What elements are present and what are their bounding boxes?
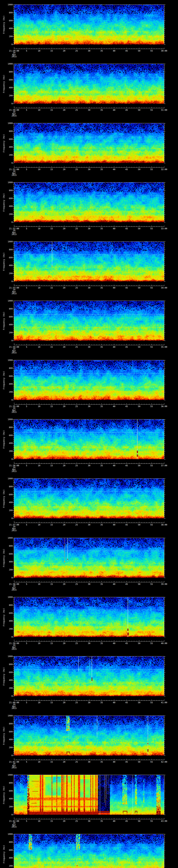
x-axis-date-line: 2015 [12, 470, 17, 472]
x-major-tick [77, 48, 77, 49]
x-minor-tick [66, 167, 67, 167]
x-minor-tick [49, 818, 49, 819]
x-minor-tick [131, 582, 132, 582]
y-tick-label: 200 [5, 154, 13, 156]
spectrogram-panel: 0200400600800100021:32:00510152025303540… [0, 178, 178, 237]
y-tick-label: 800 [5, 367, 13, 369]
y-minor-tick [13, 445, 14, 445]
x-minor-tick [119, 344, 119, 345]
x-minor-tick [49, 582, 49, 582]
y-tick-label: 0 [5, 103, 13, 105]
x-end-time-label: 33:00 [161, 228, 167, 230]
x-tick-label: 50 [138, 820, 140, 822]
x-major-tick [64, 48, 64, 49]
x-minor-tick [36, 285, 37, 286]
y-minor-tick-right [164, 566, 165, 566]
x-tick-label: 40 [113, 406, 115, 407]
y-minor-tick-right [164, 445, 165, 445]
x-minor-tick [36, 226, 37, 226]
x-minor-tick [59, 818, 59, 819]
x-major-tick [101, 462, 102, 464]
y-minor-tick-right [164, 398, 165, 398]
x-minor-tick [129, 582, 129, 582]
y-minor-tick [13, 429, 14, 430]
y-minor-tick-right [164, 264, 165, 264]
x-axis-line [14, 108, 164, 108]
y-axis-title: Frequency (Hz) [3, 252, 5, 271]
y-minor-tick [13, 789, 14, 789]
x-minor-tick [119, 463, 119, 464]
x-major-tick [77, 225, 77, 226]
x-minor-tick [66, 700, 67, 701]
x-minor-tick [131, 463, 132, 464]
x-major-tick [77, 700, 77, 701]
y-tick-label: 0 [5, 221, 13, 223]
y-minor-tick-right [164, 133, 165, 133]
y-tick-label: 0 [5, 399, 13, 401]
x-major-tick [139, 462, 139, 464]
x-minor-tick [119, 48, 119, 49]
x-major-tick [139, 225, 139, 226]
x-end-time-label: 43:00 [161, 820, 167, 822]
x-major-tick [126, 166, 127, 167]
x-major-tick [64, 166, 64, 167]
x-minor-tick [49, 759, 49, 760]
spectrogram-panel: 0200400600800100021:42:00510152025303540… [0, 770, 178, 830]
x-major-tick [114, 48, 114, 49]
x-minor-tick [137, 463, 137, 464]
x-tick-label: 55 [150, 50, 153, 52]
y-minor-tick-right [164, 666, 165, 666]
x-minor-tick [137, 522, 137, 523]
x-major-tick [64, 640, 64, 641]
x-minor-tick [107, 641, 107, 641]
x-minor-tick [59, 463, 59, 464]
y-tick-label: 200 [5, 628, 13, 630]
x-major-tick [52, 48, 52, 49]
x-tick-label: 15 [51, 228, 53, 230]
y-minor-tick [13, 508, 14, 509]
x-minor-tick [71, 404, 72, 404]
y-minor-tick-right [164, 261, 165, 262]
y-tick-label: 200 [5, 391, 13, 393]
x-major-tick [52, 107, 52, 108]
x-tick-label: 50 [138, 346, 140, 348]
x-tick-label: 30 [88, 228, 90, 230]
x-minor-tick [66, 759, 67, 760]
x-minor-tick [112, 344, 112, 345]
x-minor-tick [129, 226, 129, 226]
x-tick-label: 15 [51, 346, 53, 348]
x-major-tick [52, 759, 52, 760]
y-tick-label: 600 [5, 20, 13, 22]
y-tick-label: 200 [5, 213, 13, 215]
y-minor-tick [13, 813, 14, 813]
x-major-tick [52, 225, 52, 226]
x-minor-tick [59, 344, 59, 345]
x-minor-tick [34, 522, 34, 523]
y-tick-label: 0 [5, 162, 13, 164]
x-tick-label: 35 [100, 820, 103, 822]
x-minor-tick [112, 404, 112, 404]
y-minor-tick-right [164, 496, 165, 497]
x-minor-tick [131, 404, 132, 404]
y-minor-tick [13, 751, 14, 752]
spectrogram-panel: 0200400600800100021:34:00510152025303540… [0, 296, 178, 355]
x-minor-tick [17, 344, 17, 345]
x-minor-tick [17, 582, 17, 582]
y-major-tick [13, 155, 14, 155]
spectrogram-image [14, 538, 164, 578]
x-tick-label: 10 [38, 50, 40, 52]
y-minor-tick-right [164, 856, 165, 856]
y-major-tick-right [164, 637, 166, 637]
x-minor-tick [34, 818, 34, 819]
y-minor-tick [13, 805, 14, 805]
y-minor-tick [13, 803, 14, 803]
x-minor-tick [41, 285, 42, 286]
y-minor-tick-right [164, 378, 165, 378]
y-minor-tick-right [164, 781, 165, 781]
x-minor-tick [57, 48, 57, 49]
x-major-tick [64, 285, 64, 286]
y-minor-tick [13, 261, 14, 262]
x-minor-tick [49, 226, 49, 226]
x-minor-tick [36, 582, 37, 582]
x-minor-tick [131, 285, 132, 286]
